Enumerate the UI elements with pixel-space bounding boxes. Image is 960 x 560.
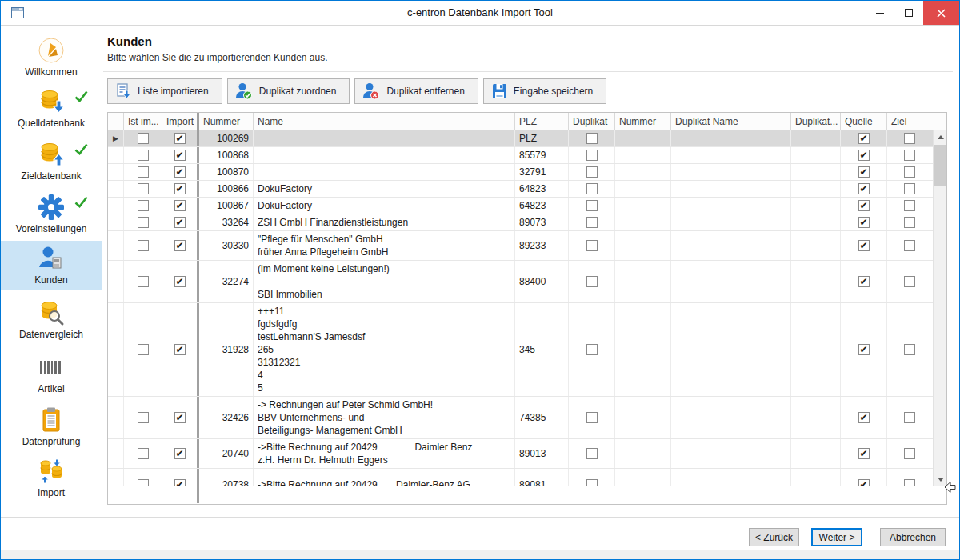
close-button[interactable]	[923, 1, 959, 25]
header-ziel[interactable]: Ziel	[887, 113, 932, 130]
import-checkbox[interactable]: ✔	[174, 183, 186, 194]
ist-importiert-checkbox[interactable]	[138, 240, 149, 251]
quelle-checkbox[interactable]: ✔	[858, 150, 870, 161]
duplikat-entfernen-button[interactable]: Duplikat entfernen	[354, 78, 478, 104]
quelle-checkbox[interactable]: ✔	[858, 240, 870, 251]
ist-importiert-checkbox[interactable]	[138, 183, 149, 194]
table-row[interactable]: ▶✔100269PLZ✔	[108, 130, 934, 147]
table-row[interactable]: ✔33264ZSH GmbH Finanzdienstleistungen890…	[108, 214, 934, 231]
ist-importiert-checkbox[interactable]	[138, 133, 149, 144]
import-checkbox[interactable]: ✔	[174, 276, 186, 287]
sidebar-item-voreinstellungen[interactable]: Voreinstellungen	[1, 190, 102, 241]
duplikat-checkbox[interactable]	[586, 344, 598, 355]
ziel-checkbox[interactable]	[904, 276, 915, 287]
header-duplikat-weitere[interactable]: Duplikat...	[791, 113, 841, 130]
table-row[interactable]: ✔10086885579✔	[108, 147, 934, 164]
quelle-checkbox[interactable]: ✔	[858, 479, 870, 487]
cancel-button[interactable]: Abbrechen	[880, 528, 946, 546]
ist-importiert-checkbox[interactable]	[138, 479, 149, 487]
ziel-checkbox[interactable]	[904, 448, 915, 459]
quelle-checkbox[interactable]: ✔	[858, 183, 870, 194]
import-checkbox[interactable]: ✔	[174, 240, 186, 251]
sidebar-item-quelldatenbank[interactable]: Quelldatenbank	[1, 84, 102, 135]
header-duplikat-nummer[interactable]: Nummer	[615, 113, 671, 130]
header-duplikat[interactable]: Duplikat	[569, 113, 615, 130]
table-row[interactable]: ✔100866DokuFactory64823✔	[108, 181, 934, 198]
ziel-checkbox[interactable]	[904, 479, 915, 487]
import-checkbox[interactable]: ✔	[174, 150, 186, 161]
ziel-checkbox[interactable]	[904, 200, 915, 211]
header-quelle[interactable]: Quelle	[841, 113, 887, 130]
import-checkbox[interactable]: ✔	[174, 200, 186, 211]
ist-importiert-checkbox[interactable]	[138, 166, 149, 178]
quelle-checkbox[interactable]: ✔	[858, 412, 870, 423]
import-checkbox[interactable]: ✔	[174, 217, 186, 228]
header-nummer[interactable]: Nummer	[199, 113, 254, 130]
duplikat-checkbox[interactable]	[586, 276, 598, 287]
ist-importiert-checkbox[interactable]	[138, 276, 149, 287]
duplikat-checkbox[interactable]	[586, 479, 598, 487]
table-row[interactable]: ✔31928+++11 fgdsfgdfg testLehmann'S Jame…	[108, 303, 934, 397]
ziel-checkbox[interactable]	[904, 240, 915, 251]
header-ist-importiert[interactable]: Ist im...	[124, 113, 162, 130]
quelle-checkbox[interactable]: ✔	[858, 200, 870, 211]
sidebar-item-artikel[interactable]: Artikel	[1, 350, 102, 401]
duplikat-checkbox[interactable]	[586, 412, 598, 423]
import-checkbox[interactable]: ✔	[174, 344, 186, 355]
ziel-checkbox[interactable]	[904, 133, 915, 144]
import-checkbox[interactable]: ✔	[174, 412, 186, 423]
duplikat-checkbox[interactable]	[586, 183, 598, 194]
scrollbar-thumb[interactable]	[934, 145, 946, 186]
import-checkbox[interactable]: ✔	[174, 448, 186, 459]
back-button[interactable]: < Zurück	[749, 528, 799, 546]
import-checkbox[interactable]: ✔	[174, 479, 186, 487]
quelle-checkbox[interactable]: ✔	[858, 448, 870, 459]
quelle-checkbox[interactable]: ✔	[858, 133, 870, 144]
ziel-checkbox[interactable]	[904, 412, 915, 423]
maximize-button[interactable]	[894, 1, 923, 25]
import-checkbox[interactable]: ✔	[174, 166, 186, 178]
minimize-button[interactable]	[866, 1, 894, 25]
sidebar-item-kunden[interactable]: Kunden	[1, 241, 102, 290]
sidebar-item-datenvergleich[interactable]: Datenvergleich	[1, 295, 102, 346]
sidebar-item-zieldatenbank[interactable]: Zieldatenbank	[1, 137, 102, 188]
table-row[interactable]: ✔10087032791✔	[108, 164, 934, 181]
quelle-checkbox[interactable]: ✔	[858, 344, 870, 355]
duplikat-checkbox[interactable]	[586, 133, 598, 144]
quelle-checkbox[interactable]: ✔	[858, 166, 870, 178]
duplikat-checkbox[interactable]	[586, 200, 598, 211]
header-import[interactable]: Import	[162, 113, 199, 130]
ziel-checkbox[interactable]	[904, 344, 915, 355]
ist-importiert-checkbox[interactable]	[138, 150, 149, 161]
liste-importieren-button[interactable]: Liste importieren	[107, 78, 222, 104]
quelle-checkbox[interactable]: ✔	[858, 276, 870, 287]
table-row[interactable]: ✔32426-> Rechnungen auf Peter Schmid Gmb…	[108, 397, 934, 439]
duplikat-checkbox[interactable]	[586, 166, 598, 178]
table-row[interactable]: ✔20738->Bitte Rechnung auf 20429 Daimler…	[108, 469, 934, 486]
ist-importiert-checkbox[interactable]	[138, 344, 149, 355]
header-duplikat-name[interactable]: Duplikat Name	[671, 113, 791, 130]
ist-importiert-checkbox[interactable]	[138, 217, 149, 228]
table-row[interactable]: ✔100867DokuFactory64823✔	[108, 198, 934, 214]
header-plz[interactable]: PLZ	[515, 113, 569, 130]
sidebar-item-willkommen[interactable]: Willkommen	[1, 33, 102, 81]
sidebar-item-import[interactable]: Import	[1, 454, 102, 505]
table-row[interactable]: ✔30330"Pflege für Menschen" GmbH früher …	[108, 231, 934, 261]
duplikat-checkbox[interactable]	[586, 150, 598, 161]
ziel-checkbox[interactable]	[904, 183, 915, 194]
quelle-checkbox[interactable]: ✔	[858, 217, 870, 228]
duplikat-checkbox[interactable]	[586, 217, 598, 228]
ist-importiert-checkbox[interactable]	[138, 412, 149, 423]
ziel-checkbox[interactable]	[904, 166, 915, 178]
duplikat-zuordnen-button[interactable]: Duplikat zuordnen	[227, 78, 350, 104]
table-row[interactable]: ✔20740->Bitte Rechnung auf 20429 Daimler…	[108, 439, 934, 469]
sidebar-item-datenpruefung[interactable]: Datenprüfung	[1, 402, 102, 454]
scroll-up-button[interactable]	[934, 130, 946, 144]
next-button[interactable]: Weiter >	[811, 528, 862, 546]
ziel-checkbox[interactable]	[904, 150, 915, 161]
header-name[interactable]: Name	[254, 113, 515, 130]
ziel-checkbox[interactable]	[904, 217, 915, 228]
duplikat-checkbox[interactable]	[586, 448, 598, 459]
eingabe-speichern-button[interactable]: Eingabe speichern	[483, 78, 606, 104]
ist-importiert-checkbox[interactable]	[138, 448, 149, 459]
